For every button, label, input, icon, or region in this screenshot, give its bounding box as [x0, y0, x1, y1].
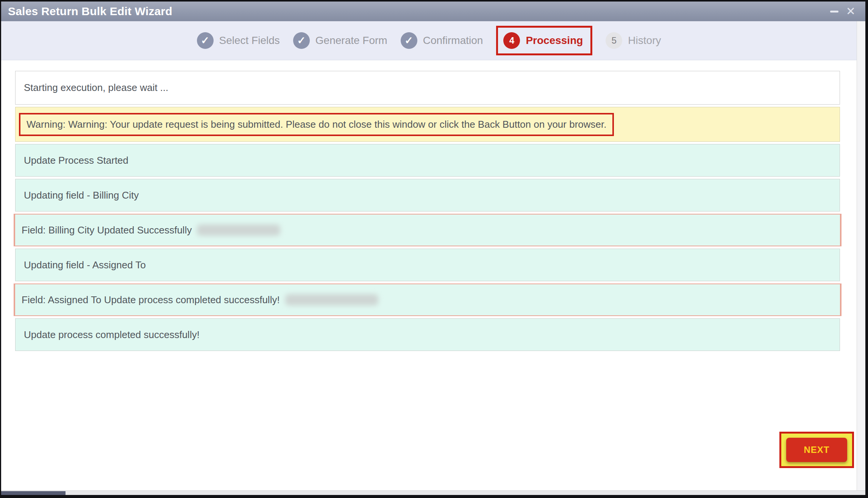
log-row: Update Process Started: [15, 144, 840, 177]
log-row-text: Update Process Started: [24, 155, 128, 166]
log-row-text: Field: Billing City Updated Successfully: [22, 224, 192, 236]
check-icon: ✓: [197, 32, 214, 49]
log-row: Field: Billing City Updated Successfully: [14, 214, 841, 246]
step-label: Generate Form: [315, 34, 387, 47]
wizard-stepper: ✓Select Fields✓Generate Form✓Confirmatio…: [1, 21, 857, 60]
log-row-text: Updating field - Billing City: [24, 189, 139, 201]
log-row: Updating field - Assigned To: [15, 249, 840, 281]
log-row: Warning: Warning: Your update request is…: [15, 107, 840, 142]
check-icon: ✓: [293, 32, 310, 49]
processing-log-panel: Starting execution, please wait ...Warni…: [1, 60, 857, 490]
log-row-text: Starting execution, please wait ...: [24, 82, 169, 94]
step-history[interactable]: 5History: [606, 32, 661, 49]
step-processing[interactable]: 4Processing: [496, 26, 592, 55]
step-label: Confirmation: [423, 34, 483, 47]
window-titlebar: Sales Return Bulk Edit Wizard ✕: [1, 2, 865, 21]
step-label: Processing: [526, 34, 583, 47]
wizard-dialog: Sales Return Bulk Edit Wizard ✕ ✓Select …: [1, 2, 865, 495]
close-icon[interactable]: ✕: [846, 6, 856, 17]
log-row-text: Field: Assigned To Update process comple…: [22, 294, 280, 306]
minimize-icon[interactable]: [830, 11, 838, 13]
step-label: History: [628, 34, 661, 47]
warning-highlight-box: Warning: Warning: Your update request is…: [19, 113, 614, 136]
log-row-text: Updating field - Assigned To: [24, 259, 146, 271]
step-label: Select Fields: [219, 34, 280, 47]
log-row-text: Update process completed successfully!: [24, 329, 200, 341]
step-confirmation[interactable]: ✓Confirmation: [401, 32, 483, 49]
horizontal-scrollbar-thumb[interactable]: [1, 491, 66, 495]
window-title: Sales Return Bulk Edit Wizard: [8, 5, 172, 18]
log-row: Field: Assigned To Update process comple…: [14, 283, 841, 316]
redacted-blur: [197, 224, 280, 236]
log-row: Starting execution, please wait ...: [15, 71, 840, 105]
log-row: Update process completed successfully!: [15, 318, 840, 351]
redacted-blur: [285, 294, 378, 305]
step-number: 5: [606, 32, 622, 49]
window-controls: ✕: [830, 6, 859, 17]
step-number: 4: [503, 32, 520, 49]
check-icon: ✓: [401, 32, 417, 49]
step-select-fields[interactable]: ✓Select Fields: [197, 32, 280, 49]
step-generate-form[interactable]: ✓Generate Form: [293, 32, 387, 49]
log-list: Starting execution, please wait ...Warni…: [1, 60, 857, 351]
horizontal-scrollbar[interactable]: [1, 490, 865, 495]
log-row: Updating field - Billing City: [15, 179, 840, 211]
next-button-highlight: NEXT: [779, 432, 854, 468]
log-row-text: Warning: Warning: Your update request is…: [27, 119, 606, 130]
next-button[interactable]: NEXT: [786, 438, 847, 462]
vertical-scrollbar[interactable]: [857, 21, 865, 490]
